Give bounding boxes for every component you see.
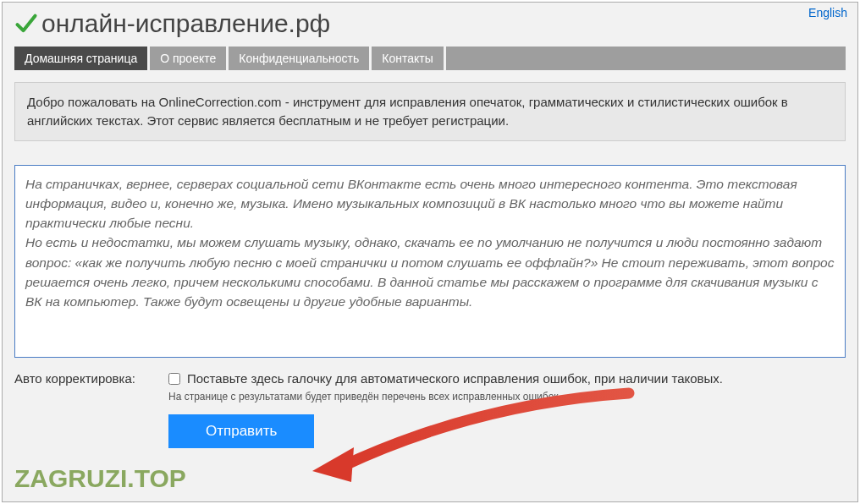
main-nav: Домашняя страница О проекте Конфиденциал…: [3, 47, 857, 70]
language-link[interactable]: English: [808, 6, 847, 19]
header: онлайн-исправление.рф: [3, 3, 857, 47]
watermark: ZAGRUZI.TOP: [14, 464, 186, 493]
nav-spacer: [446, 47, 846, 70]
autocorrect-controls: Авто корректировка: Поставьте здесь гало…: [14, 370, 846, 403]
nav-home[interactable]: Домашняя страница: [14, 47, 147, 70]
autocorrect-checkbox-text: Поставьте здесь галочку для автоматическ…: [187, 370, 723, 387]
svg-marker-0: [312, 447, 354, 482]
text-input[interactable]: На страничках, вернее, серверах социальн…: [14, 165, 846, 358]
nav-privacy[interactable]: Конфиденциальность: [229, 47, 369, 70]
welcome-message: Добро пожаловать на OnlineCorrection.com…: [14, 82, 846, 141]
autocorrect-checkbox[interactable]: [168, 373, 180, 385]
check-icon: [14, 12, 38, 36]
nav-contacts[interactable]: Контакты: [372, 47, 443, 70]
autocorrect-hint: На странице с результатами будет приведё…: [168, 391, 846, 403]
autocorrect-label: Авто корректировка:: [14, 370, 168, 386]
site-title: онлайн-исправление.рф: [41, 9, 330, 38]
submit-button[interactable]: Отправить: [168, 414, 314, 448]
nav-about[interactable]: О проекте: [150, 47, 226, 70]
